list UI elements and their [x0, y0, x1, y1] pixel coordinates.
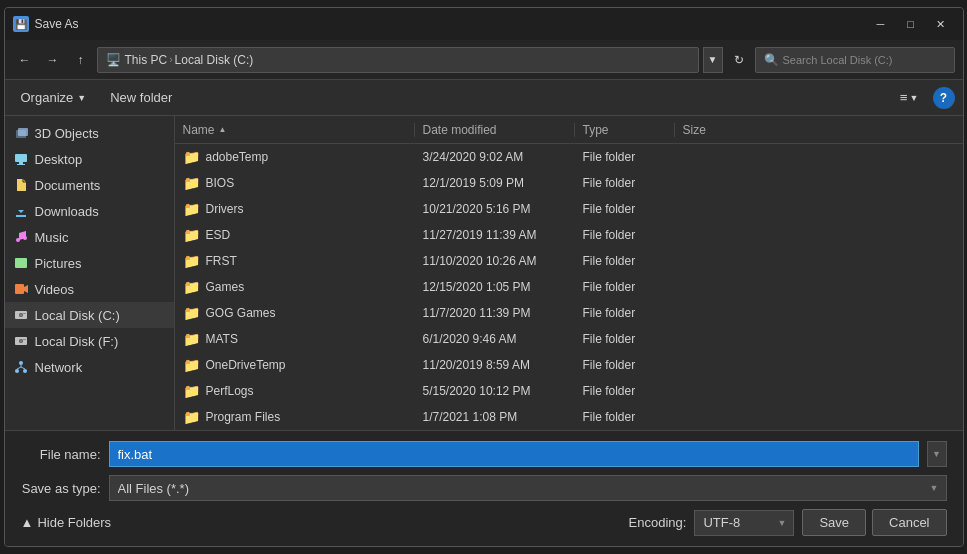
sidebar-item-local-disk-f[interactable]: Local Disk (F:) — [5, 328, 174, 354]
sidebar-label-documents: Documents — [35, 178, 101, 193]
file-type: File folder — [575, 176, 675, 190]
file-name: OneDriveTemp — [206, 358, 286, 372]
sidebar-item-3d-objects[interactable]: 3D Objects — [5, 120, 174, 146]
close-button[interactable]: ✕ — [927, 14, 955, 34]
sidebar-label-pictures: Pictures — [35, 256, 82, 271]
file-date: 12/1/2019 5:09 PM — [415, 176, 575, 190]
svg-point-6 — [23, 236, 27, 240]
table-row[interactable]: 📁 OneDriveTemp 11/20/2019 8:59 AM File f… — [175, 352, 963, 378]
folder-icon: 📁 — [183, 253, 200, 269]
filename-dropdown[interactable]: ▼ — [927, 441, 947, 467]
svg-rect-3 — [19, 162, 23, 164]
cancel-button[interactable]: Cancel — [872, 509, 946, 536]
sidebar-item-videos[interactable]: Videos — [5, 276, 174, 302]
filename-input[interactable] — [109, 441, 919, 467]
organize-button[interactable]: Organize ▼ — [13, 86, 95, 109]
sidebar-item-pictures[interactable]: Pictures — [5, 250, 174, 276]
dialog-icon: 💾 — [13, 16, 29, 32]
table-row[interactable]: 📁 adobeTemp 3/24/2020 9:02 AM File folde… — [175, 144, 963, 170]
address-path[interactable]: 🖥️ This PC › Local Disk (C:) — [97, 47, 699, 73]
file-name: PerfLogs — [206, 384, 254, 398]
file-name: BIOS — [206, 176, 235, 190]
sidebar-label-downloads: Downloads — [35, 204, 99, 219]
file-name: Games — [206, 280, 245, 294]
table-row[interactable]: 📁 PerfLogs 5/15/2020 10:12 PM File folde… — [175, 378, 963, 404]
column-date-header[interactable]: Date modified — [415, 123, 575, 137]
path-icon: 🖥️ — [106, 53, 121, 67]
sidebar-item-desktop[interactable]: Desktop — [5, 146, 174, 172]
table-row[interactable]: 📁 FRST 11/10/2020 10:26 AM File folder — [175, 248, 963, 274]
folder-icon: 📁 — [183, 357, 200, 373]
table-row[interactable]: 📁 Drivers 10/21/2020 5:16 PM File folder — [175, 196, 963, 222]
filename-label: File name: — [21, 447, 101, 462]
sidebar-label-3d-objects: 3D Objects — [35, 126, 99, 141]
help-button[interactable]: ? — [933, 87, 955, 109]
folder-icon: 📁 — [183, 149, 200, 165]
sidebar-item-music[interactable]: Music — [5, 224, 174, 250]
maximize-button[interactable]: □ — [897, 14, 925, 34]
encoding-label: Encoding: — [629, 515, 687, 530]
svg-rect-4 — [17, 164, 25, 165]
sidebar-item-documents[interactable]: Documents — [5, 172, 174, 198]
table-row[interactable]: 📁 GOG Games 11/7/2020 11:39 PM File fold… — [175, 300, 963, 326]
address-dropdown[interactable]: ▼ — [703, 47, 723, 73]
minimize-button[interactable]: ─ — [867, 14, 895, 34]
title-bar: 💾 Save As ─ □ ✕ — [5, 8, 963, 40]
encoding-select-wrapper: UTF-8 UTF-16 ANSI — [694, 510, 794, 536]
svg-point-20 — [23, 369, 27, 373]
desktop-icon — [13, 151, 29, 167]
sidebar-item-network[interactable]: Network — [5, 354, 174, 380]
view-button[interactable]: ≡ ▼ — [894, 86, 925, 109]
new-folder-button[interactable]: New folder — [102, 86, 180, 109]
pictures-icon — [13, 255, 29, 271]
file-name: GOG Games — [206, 306, 276, 320]
filetype-select[interactable]: All Files (*.*) — [109, 475, 947, 501]
address-bar: ← → ↑ 🖥️ This PC › Local Disk (C:) ▼ ↻ 🔍… — [5, 40, 963, 80]
disk-f-icon — [13, 333, 29, 349]
file-type: File folder — [575, 228, 675, 242]
sort-icon: ▲ — [219, 125, 227, 134]
forward-button[interactable]: → — [41, 48, 65, 72]
table-row[interactable]: 📁 Program Files 1/7/2021 1:08 PM File fo… — [175, 404, 963, 430]
table-row[interactable]: 📁 ESD 11/27/2019 11:39 AM File folder — [175, 222, 963, 248]
table-row[interactable]: 📁 Games 12/15/2020 1:05 PM File folder — [175, 274, 963, 300]
refresh-button[interactable]: ↻ — [727, 48, 751, 72]
path-segment-2[interactable]: Local Disk (C:) — [175, 53, 254, 67]
search-box[interactable]: 🔍 Search Local Disk (C:) — [755, 47, 955, 73]
svg-point-19 — [15, 369, 19, 373]
file-list-header: Name ▲ Date modified Type Size — [175, 116, 963, 144]
bottom-bar: File name: ▼ Save as type: All Files (*.… — [5, 430, 963, 546]
folder-icon: 📁 — [183, 409, 200, 425]
file-date: 11/20/2019 8:59 AM — [415, 358, 575, 372]
new-folder-label: New folder — [110, 90, 172, 105]
view-chevron-icon: ▼ — [910, 93, 919, 103]
file-type: File folder — [575, 150, 675, 164]
column-size-header[interactable]: Size — [675, 123, 963, 137]
save-button[interactable]: Save — [802, 509, 866, 536]
sidebar-item-local-disk-c[interactable]: Local Disk (C:) — [5, 302, 174, 328]
back-button[interactable]: ← — [13, 48, 37, 72]
sidebar-label-local-disk-f: Local Disk (F:) — [35, 334, 119, 349]
svg-point-16 — [20, 340, 22, 342]
organize-chevron-icon: ▼ — [77, 93, 86, 103]
column-type-header[interactable]: Type — [575, 123, 675, 137]
filename-row: File name: ▼ — [21, 441, 947, 467]
hide-folders-button[interactable]: ▲ Hide Folders — [21, 515, 112, 530]
title-bar-buttons: ─ □ ✕ — [867, 14, 955, 34]
view-icon: ≡ — [900, 90, 908, 105]
svg-rect-9 — [15, 284, 24, 294]
svg-rect-2 — [15, 154, 27, 162]
table-row[interactable]: 📁 MATS 6/1/2020 9:46 AM File folder — [175, 326, 963, 352]
file-date: 10/21/2020 5:16 PM — [415, 202, 575, 216]
sidebar-label-music: Music — [35, 230, 69, 245]
file-date: 11/27/2019 11:39 AM — [415, 228, 575, 242]
up-button[interactable]: ↑ — [69, 48, 93, 72]
svg-point-18 — [19, 361, 23, 365]
sidebar-item-downloads[interactable]: Downloads — [5, 198, 174, 224]
table-row[interactable]: 📁 BIOS 12/1/2019 5:09 PM File folder — [175, 170, 963, 196]
file-date: 11/7/2020 11:39 PM — [415, 306, 575, 320]
column-name-header[interactable]: Name ▲ — [175, 123, 415, 137]
path-segment-1[interactable]: This PC — [125, 53, 168, 67]
encoding-select[interactable]: UTF-8 UTF-16 ANSI — [694, 510, 794, 536]
cube-icon — [13, 125, 29, 141]
